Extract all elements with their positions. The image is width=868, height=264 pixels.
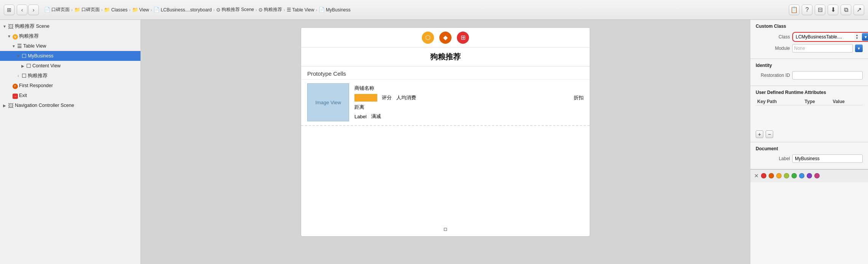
prototype-cells-label: Prototype Cells [301,67,590,79]
download-button[interactable]: ⬇ [828,5,838,15]
breadcrumb-item-vc[interactable]: ⊙ 狗粮推荐 [258,6,282,13]
class-input[interactable] [794,33,854,41]
arrow-dogfood-vc: ▼ [7,34,11,38]
share-icon: ↗ [857,6,862,13]
breadcrumb-item-page2[interactable]: 📁 口碑页面 [74,6,100,13]
breadcrumb-label-page2: 口碑页面 [81,6,100,13]
user-defined-title: User Defined Runtime Attributes [756,90,863,95]
layout-icon: ⊟ [818,6,823,13]
color-red[interactable] [761,173,766,178]
breadcrumb-sep-7: › [284,8,285,12]
stepper-down[interactable]: ▼ [855,37,861,40]
breadcrumb-label-vc: 狗粮推荐 [264,6,282,13]
question-icon: ? [806,6,809,13]
class-stepper[interactable]: ▲ ▼ [855,34,861,40]
color-lime[interactable] [784,173,789,178]
pin-button[interactable]: ⧉ [841,5,851,15]
doc-label-input[interactable] [792,154,863,163]
breadcrumb-label-view: View [139,7,149,13]
sidebar-item-tableview[interactable]: ▼ ☰ Table View [0,41,140,51]
sidebar-label-mybusiness: MyBusiness [28,53,140,59]
color-orange[interactable] [769,173,774,178]
sidebar-item-dogfood-vc[interactable]: ▼ V 狗粮推荐 [0,31,140,41]
arrow-mybusiness: ▼ [16,54,21,58]
shop-name-label: 商铺名称 [354,85,374,92]
sidebar-label-first-responder: First Responder [19,83,140,88]
module-dropdown-arrow[interactable]: ▼ [855,45,863,52]
color-blue[interactable] [799,173,804,178]
cell-info-row-4: Label 满减 [354,113,584,120]
scene-icon-cube: ◆ [439,32,452,44]
cell-info-row-3: 距离 [354,104,584,111]
color-purple[interactable] [807,173,812,178]
custom-class-title: Custom Class [756,24,863,29]
breadcrumb-item-page1[interactable]: 📄 口碑页面 [44,6,70,13]
remove-attribute-button[interactable]: − [766,130,773,138]
restoration-id-label: Restoration ID [756,73,790,78]
breadcrumb-item-classes[interactable]: 📁 Classes [104,7,128,13]
module-label: Module [756,46,790,51]
nav-title: 狗粮推荐 [430,52,461,62]
class-dropdown-arrow[interactable]: ▼ [862,33,868,41]
restoration-id-row: Restoration ID [756,71,863,80]
module-select-text: None [794,46,805,51]
breadcrumb-sep: › [71,8,73,12]
breadcrumb-item-mybusiness[interactable]: 📄 MyBusiness [319,7,351,13]
doc-icon: 📄 [44,7,50,13]
scene-icon: 🖼 [8,23,14,30]
help-button[interactable]: ? [802,5,812,15]
module-row: Module None ▼ [756,44,863,52]
module-select[interactable]: None [792,44,853,52]
breadcrumb-item-view[interactable]: 📁 View [132,7,149,13]
restoration-id-input[interactable] [792,71,863,80]
sidebar-label-dogfood-scene: 狗粮推荐 Scene [15,23,140,30]
breadcrumb-item-tableview[interactable]: ☰ Table View [287,7,314,13]
sidebar-item-exit[interactable]: → Exit [0,91,140,100]
doc-icon-3: 📄 [319,7,325,13]
sidebar-item-dogfood-scene[interactable]: ▼ 🖼 狗粮推荐 Scene [0,21,140,31]
layout-button[interactable]: ⊟ [815,5,825,15]
forward-button[interactable]: › [28,5,39,15]
first-responder-icon: F [13,82,18,89]
inspector-button[interactable]: 📋 [789,5,799,15]
toolbar: ⊞ ‹ › 📄 口碑页面 › 📁 口碑页面 › 📁 Classes › 📁 Vi… [0,0,868,20]
color-pink[interactable] [814,173,820,178]
sidebar-item-dogfood-label[interactable]: ‹ ☐ 狗粮推荐 [0,71,140,81]
color-close-icon[interactable]: ✕ [754,173,759,179]
cell-row: Image View 商铺名称 评分 人均消费 折扣 [301,79,590,125]
breadcrumb-item-scene[interactable]: ⊙ 狗粮推荐 Scene [216,6,254,13]
sidebar-item-first-responder[interactable]: F First Responder [0,81,140,91]
sidebar-item-nav-scene[interactable]: ▶ 🖼 Navigation Controller Scene [0,100,140,110]
share-button[interactable]: ↗ [854,5,864,15]
color-yellow[interactable] [776,173,782,178]
grid-view-button[interactable]: ⊞ [4,5,14,15]
sidebar-item-mybusiness[interactable]: ▼ ☐ MyBusiness [0,51,140,61]
handle-square [444,228,447,231]
color-green[interactable] [791,173,797,178]
back-button[interactable]: ‹ [17,5,27,15]
doc-label-key: Label [756,156,790,161]
folder-icon-2: 📁 [104,7,110,13]
document-title: Document [756,146,863,151]
download-icon: ⬇ [831,6,836,13]
arrow-tableview: ▼ [11,44,16,48]
discount-label: 折扣 [574,94,584,101]
breadcrumb-sep-2: › [101,8,103,12]
canvas-area: ⬡ ◆ ⊞ 狗粮推荐 Prototype Cells Image View [141,20,750,264]
breadcrumb-item-storyboard[interactable]: 📄 LCBusiness....storyboard [153,7,212,13]
inspector-icon: 📋 [790,6,798,13]
right-panel: Custom Class Class ▲ ▼ ▼ Module None ▼ [750,20,868,264]
cell-info-row-1: 商铺名称 [354,85,584,92]
class-row: Class ▲ ▼ ▼ [756,32,863,42]
label-field: Label [354,114,367,119]
label-icon: ☐ [22,73,27,79]
resize-handle[interactable] [444,226,447,233]
tableview-icon-sidebar: ☰ [17,43,22,49]
grid-icon: ⊞ [7,7,11,13]
breadcrumb-label-tableview: Table View [292,7,314,13]
toolbar-right: 📋 ? ⊟ ⬇ ⧉ ↗ [789,5,864,15]
sidebar: ▼ 🖼 狗粮推荐 Scene ▼ V 狗粮推荐 ▼ ☰ Table View ▼… [0,20,141,264]
sidebar-item-contentview[interactable]: ▶ ☐ Content View [0,61,140,71]
add-attribute-button[interactable]: + [756,130,763,138]
folder-icon-3: 📁 [132,7,138,13]
